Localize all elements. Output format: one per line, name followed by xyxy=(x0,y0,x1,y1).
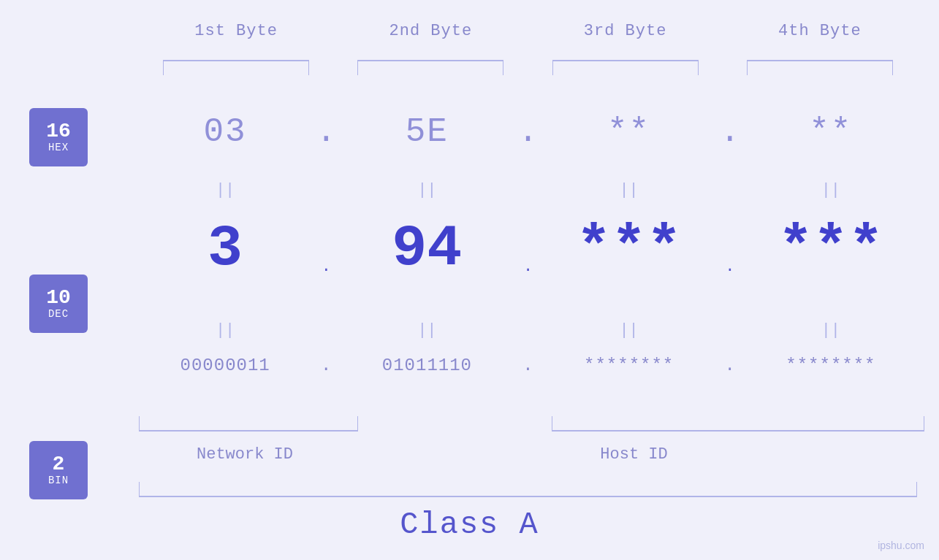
section-labels: Network ID Host ID xyxy=(139,445,917,464)
bin-byte2: 01011110 xyxy=(341,356,513,375)
hex-num: 16 xyxy=(46,121,71,142)
hex-byte4: ** xyxy=(745,113,917,151)
dec-val-2: 94 xyxy=(392,215,462,282)
hex-val-3: ** xyxy=(607,113,650,151)
bin-num: 2 xyxy=(53,454,65,475)
bin-byte1: 00000011 xyxy=(139,356,311,375)
eq1-2: || xyxy=(341,181,513,199)
hex-val-1: 03 xyxy=(204,113,247,151)
dec-name: DEC xyxy=(48,308,69,320)
hex-row: 03 . 5E . ** . ** xyxy=(139,113,917,151)
big-bracket-bottom xyxy=(139,478,917,504)
network-id-label: Network ID xyxy=(139,445,351,464)
hex-badge: 16 HEX xyxy=(29,108,88,166)
eq1-4: || xyxy=(745,181,917,199)
bracket-bottom-host xyxy=(552,413,917,438)
bin-dot-2: . xyxy=(514,356,543,375)
hex-byte3: ** xyxy=(543,113,715,151)
bracket-top-2 xyxy=(333,57,528,79)
byte4-label: 4th Byte xyxy=(723,22,917,40)
bin-val-2: 01011110 xyxy=(382,356,472,375)
eq1-1: || xyxy=(139,181,311,199)
main-container: 1st Byte 2nd Byte 3rd Byte 4th Byte xyxy=(0,0,939,560)
dec-row: 3 . 94 . *** . *** xyxy=(139,215,917,282)
hex-byte2: 5E xyxy=(341,113,513,151)
byte2-label: 2nd Byte xyxy=(333,22,528,40)
dec-dot-3: . xyxy=(715,221,745,276)
equals-row-1: || || || || xyxy=(139,181,917,199)
bin-badge: 2 BIN xyxy=(29,441,88,499)
dec-byte1: 3 xyxy=(139,215,311,282)
bin-row: 00000011 . 01011110 . ******** . *******… xyxy=(139,356,917,375)
hex-dot-2: . xyxy=(514,113,543,151)
dec-val-3: *** xyxy=(577,215,682,282)
brackets-top-row xyxy=(139,57,917,79)
eq2-2: || xyxy=(341,321,513,340)
host-id-label: Host ID xyxy=(351,445,917,464)
dec-byte2: 94 xyxy=(341,215,513,282)
hex-val-2: 5E xyxy=(406,113,449,151)
base-labels: 16 HEX 10 DEC 2 BIN xyxy=(29,108,88,499)
hex-byte1: 03 xyxy=(139,113,311,151)
bin-val-4: ******** xyxy=(786,356,875,375)
byte-labels-row: 1st Byte 2nd Byte 3rd Byte 4th Byte xyxy=(139,22,917,40)
byte1-label: 1st Byte xyxy=(139,22,333,40)
bin-val-1: 00000011 xyxy=(180,356,270,375)
dec-byte3: *** xyxy=(543,215,715,282)
bracket-bottom-network xyxy=(139,413,358,438)
hex-val-4: ** xyxy=(809,113,852,151)
bin-val-3: ******** xyxy=(584,356,674,375)
bin-name: BIN xyxy=(48,475,69,486)
bin-dot-1: . xyxy=(311,356,341,375)
dec-val-1: 3 xyxy=(208,215,243,282)
bin-dot-3: . xyxy=(715,356,745,375)
dec-badge: 10 DEC xyxy=(29,275,88,333)
eq1-3: || xyxy=(543,181,715,199)
eq2-1: || xyxy=(139,321,311,340)
eq2-4: || xyxy=(745,321,917,340)
eq2-3: || xyxy=(543,321,715,340)
dec-dot-2: . xyxy=(514,221,543,276)
hex-dot-1: . xyxy=(311,113,341,151)
bracket-top-1 xyxy=(139,57,333,79)
dec-dot-1: . xyxy=(311,221,341,276)
byte3-label: 3rd Byte xyxy=(528,22,723,40)
watermark: ipshu.com xyxy=(878,540,924,551)
equals-row-2: || || || || xyxy=(139,321,917,340)
bin-byte3: ******** xyxy=(543,356,715,375)
dec-val-4: *** xyxy=(778,215,883,282)
dec-byte4: *** xyxy=(745,215,917,282)
hex-dot-3: . xyxy=(715,113,745,151)
bracket-top-3 xyxy=(528,57,723,79)
hex-name: HEX xyxy=(48,142,69,153)
class-label: Class A xyxy=(0,507,939,542)
bin-byte4: ******** xyxy=(745,356,917,375)
dec-num: 10 xyxy=(46,288,71,308)
bracket-top-4 xyxy=(723,57,917,79)
